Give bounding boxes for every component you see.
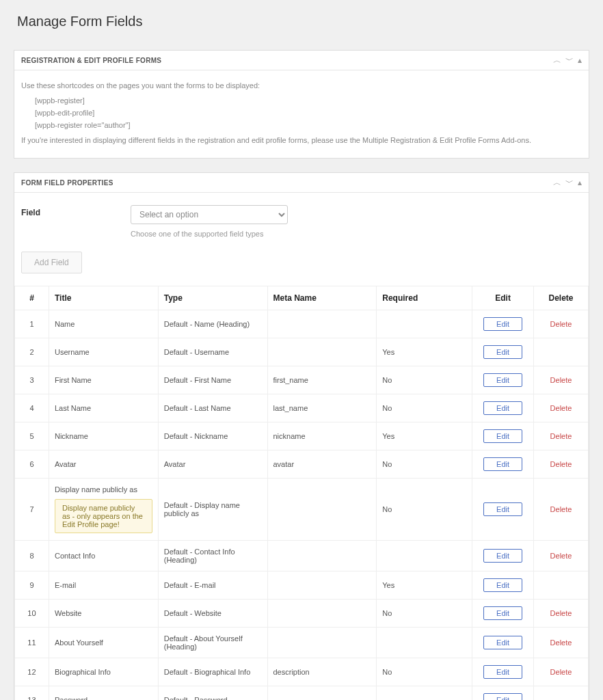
add-field-button[interactable]: Add Field — [21, 252, 82, 273]
shortcode-item: [wppb-edit-profile] — [35, 109, 582, 117]
cell-meta: first_name — [267, 366, 377, 394]
table-row: 13PasswordDefault - PasswordEdit — [15, 686, 589, 701]
cell-edit: Edit — [472, 571, 534, 600]
table-row: 6AvatarAvataravatarNoEditDelete — [15, 450, 589, 479]
edit-button[interactable]: Edit — [483, 693, 522, 700]
cell-meta: last_name — [267, 394, 377, 422]
cell-type: Default - E-mail — [158, 571, 267, 600]
cell-delete: Delete — [534, 600, 589, 628]
edit-button[interactable]: Edit — [483, 429, 522, 443]
fields-table: # Title Type Meta Name Required Edit Del… — [14, 286, 589, 700]
cell-number: 1 — [15, 310, 49, 338]
edit-button[interactable]: Edit — [483, 345, 522, 359]
shortcodes-list: [wppb-register] [wppb-edit-profile] [wpp… — [35, 96, 582, 129]
cell-number: 10 — [15, 600, 49, 628]
edit-button[interactable]: Edit — [483, 502, 522, 516]
cell-title: Password — [49, 686, 158, 701]
cell-meta — [267, 541, 377, 571]
cell-title: Biographical Info — [49, 658, 158, 686]
cell-type: Default - About Yourself (Heading) — [158, 628, 267, 658]
delete-link[interactable]: Delete — [550, 552, 572, 560]
cell-edit: Edit — [472, 338, 534, 366]
chevron-up-icon[interactable]: ︿ — [553, 178, 561, 187]
cell-delete: Delete — [534, 394, 589, 422]
edit-button[interactable]: Edit — [483, 578, 522, 592]
cell-title: Name — [49, 310, 158, 338]
cell-required: No — [377, 600, 472, 628]
row-notice: Display name publicly as - only appears … — [55, 499, 152, 533]
cell-required: No — [377, 394, 472, 422]
cell-number: 13 — [15, 686, 49, 701]
cell-meta — [267, 686, 377, 701]
edit-button[interactable]: Edit — [483, 636, 522, 649]
edit-button[interactable]: Edit — [483, 401, 522, 415]
cell-type: Default - Name (Heading) — [158, 310, 267, 338]
table-row: 3First NameDefault - First Namefirst_nam… — [15, 366, 589, 394]
cell-meta — [267, 600, 377, 628]
cell-number: 12 — [15, 658, 49, 686]
cell-meta: avatar — [267, 450, 377, 479]
cell-type: Default - Biographical Info — [158, 658, 267, 686]
table-row: 11About YourselfDefault - About Yourself… — [15, 628, 589, 658]
edit-button[interactable]: Edit — [483, 457, 522, 471]
cell-delete: Delete — [534, 450, 589, 479]
cell-required: Yes — [377, 422, 472, 450]
field-type-select[interactable]: Select an option — [131, 205, 288, 224]
cell-edit: Edit — [472, 541, 534, 571]
delete-link[interactable]: Delete — [550, 320, 572, 328]
delete-link[interactable]: Delete — [550, 460, 572, 468]
edit-button[interactable]: Edit — [483, 606, 522, 620]
cell-title: Display name publicly asDisplay name pub… — [49, 479, 158, 541]
delete-link[interactable]: Delete — [550, 668, 572, 676]
chevron-up-icon[interactable]: ︿ — [553, 56, 561, 64]
panel-header: REGISTRATION & EDIT PROFILE FORMS ︿ ﹀ ▴ — [14, 51, 589, 70]
cell-meta — [267, 338, 377, 366]
cell-delete: Delete — [534, 628, 589, 658]
delete-link[interactable]: Delete — [550, 404, 572, 412]
cell-title: E-mail — [49, 571, 158, 600]
cell-number: 7 — [15, 479, 49, 541]
cell-delete — [534, 571, 589, 600]
cell-number: 2 — [15, 338, 49, 366]
field-type-row: Field Select an option Choose one of the… — [14, 193, 589, 242]
cell-title: Contact Info — [49, 541, 158, 571]
cell-title: First Name — [49, 366, 158, 394]
col-required: Required — [377, 286, 472, 310]
cell-meta: nickname — [267, 422, 377, 450]
cell-number: 11 — [15, 628, 49, 658]
cell-edit: Edit — [472, 658, 534, 686]
cell-delete: Delete — [534, 541, 589, 571]
delete-link[interactable]: Delete — [550, 505, 572, 513]
edit-button[interactable]: Edit — [483, 665, 522, 679]
cell-meta — [267, 479, 377, 541]
edit-button[interactable]: Edit — [483, 317, 522, 331]
cell-delete: Delete — [534, 422, 589, 450]
delete-link[interactable]: Delete — [550, 609, 572, 617]
chevron-down-icon[interactable]: ﹀ — [565, 56, 574, 64]
delete-link[interactable]: Delete — [550, 432, 572, 440]
cell-number: 3 — [15, 366, 49, 394]
cell-required: Yes — [377, 571, 472, 600]
panel-title: REGISTRATION & EDIT PROFILE FORMS — [21, 57, 161, 64]
chevron-down-icon[interactable]: ﹀ — [565, 178, 574, 187]
cell-required — [377, 686, 472, 701]
delete-link[interactable]: Delete — [550, 638, 572, 647]
table-row: 7Display name publicly asDisplay name pu… — [15, 479, 589, 541]
delete-link[interactable]: Delete — [550, 376, 572, 384]
edit-button[interactable]: Edit — [483, 373, 522, 387]
table-row: 4Last NameDefault - Last Namelast_nameNo… — [15, 394, 589, 422]
cell-edit: Edit — [472, 450, 534, 479]
cell-type: Default - Display name publicly as — [158, 479, 267, 541]
collapse-up-icon[interactable]: ▴ — [578, 56, 582, 64]
cell-meta — [267, 628, 377, 658]
cell-title: Username — [49, 338, 158, 366]
collapse-up-icon[interactable]: ▴ — [578, 178, 582, 187]
intro-text: Use these shortcodes on the pages you wa… — [21, 81, 582, 90]
form-field-properties-panel: FORM FIELD PROPERTIES ︿ ﹀ ▴ Field Select… — [14, 172, 589, 700]
edit-button[interactable]: Edit — [483, 549, 522, 563]
field-hint: Choose one of the supported field types — [131, 230, 582, 238]
cell-title: Website — [49, 600, 158, 628]
cell-type: Default - Website — [158, 600, 267, 628]
cell-edit: Edit — [472, 479, 534, 541]
field-control: Select an option Choose one of the suppo… — [131, 205, 582, 238]
